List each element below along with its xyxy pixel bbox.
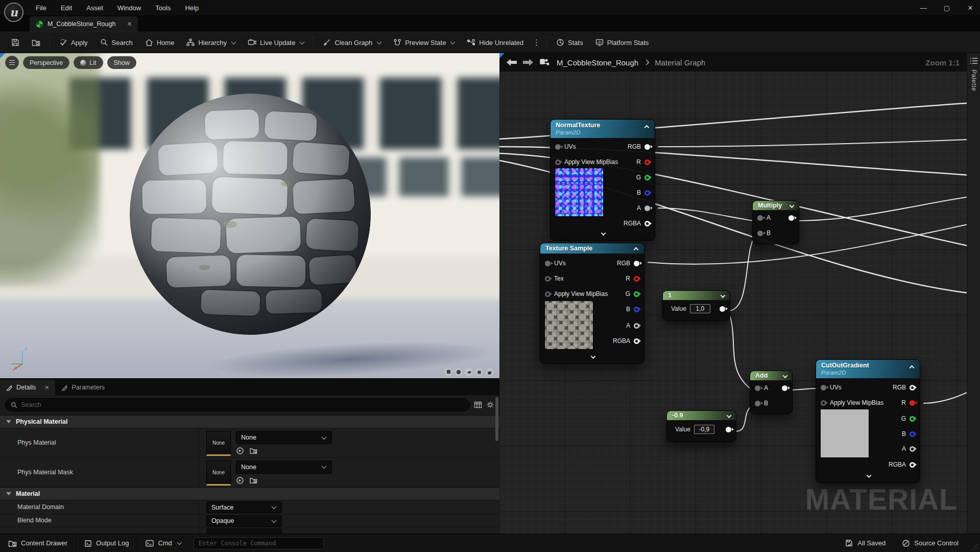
material-graph-canvas[interactable]: MATERIAL (499, 53, 980, 534)
pin-g[interactable] (644, 175, 650, 180)
platform-stats-button[interactable]: Platform Stats (589, 35, 655, 50)
browse-asset-button[interactable] (26, 35, 46, 50)
breadcrumb-page[interactable]: Material Graph (655, 58, 705, 67)
viewport-menu-button[interactable] (5, 56, 19, 70)
menu-file[interactable]: File (36, 4, 46, 12)
pin-a[interactable] (757, 215, 763, 221)
pin-rgba[interactable] (644, 221, 650, 226)
unreal-logo-icon[interactable]: u (4, 3, 23, 22)
pin-r[interactable] (910, 400, 915, 406)
preview-viewport[interactable]: Perspective Lit Show z x (0, 53, 499, 378)
expand-chevron-icon[interactable] (590, 352, 595, 361)
tab-parameters[interactable]: Parameters (55, 380, 111, 395)
minimize-button[interactable]: — (919, 4, 928, 12)
pin-rgba[interactable] (634, 338, 639, 344)
pin-rgb[interactable] (644, 144, 650, 150)
menu-tools[interactable]: Tools (155, 4, 171, 12)
nav-forward-icon[interactable] (523, 59, 533, 66)
clean-graph-button[interactable]: Clean Graph (317, 35, 387, 50)
resize-grip[interactable] (971, 543, 978, 550)
close-button[interactable]: ✕ (966, 4, 975, 12)
pin-uvs[interactable] (545, 261, 551, 266)
pin-g[interactable] (634, 291, 639, 297)
stats-button[interactable]: Stats (550, 35, 589, 50)
hide-unrelated-button[interactable]: Hide Unrelated (461, 35, 530, 50)
node-add[interactable]: Add A B (750, 371, 793, 414)
node-texture-sample[interactable]: Texture Sample UVs Tex Apply View MipBia… (540, 243, 644, 364)
nav-back-icon[interactable] (507, 59, 517, 66)
maximize-button[interactable]: ▢ (942, 4, 951, 12)
breadcrumb-asset[interactable]: M_CobbleStone_Rough (557, 58, 638, 67)
node-cutout-gradient[interactable]: CutOutGradient Param2D UVs Apply View Mi… (816, 359, 920, 483)
lit-mode-button[interactable]: Lit (74, 56, 103, 69)
menu-edit[interactable]: Edit (61, 4, 72, 12)
preview-state-button[interactable]: Preview State (387, 35, 461, 50)
pin-a[interactable] (644, 205, 650, 211)
asset-thumbnail[interactable]: None (206, 461, 231, 486)
material-domain-dropdown[interactable]: Surface (206, 501, 282, 513)
pin-uvs[interactable] (821, 385, 826, 390)
sphere-mesh-button[interactable] (455, 368, 463, 376)
details-search-box[interactable] (5, 398, 470, 411)
search-button[interactable]: Search (94, 35, 139, 50)
palette-sidebar-tab[interactable]: Palette (967, 53, 980, 534)
teapot-mesh-button[interactable] (485, 368, 493, 376)
plane-mesh-button[interactable] (465, 368, 473, 376)
pin-output[interactable] (788, 215, 794, 221)
value-input[interactable]: 1,0 (690, 304, 710, 313)
expand-chevron-icon[interactable] (866, 471, 871, 480)
browse-to-asset-icon[interactable] (249, 476, 258, 485)
partial-dropdown[interactable] (206, 528, 282, 534)
node-constant-neg-0-9[interactable]: -0.9 Value -0,9 (666, 410, 736, 442)
blend-mode-dropdown[interactable]: Opaque (206, 515, 282, 527)
pin-b[interactable] (634, 307, 639, 312)
save-button[interactable] (5, 35, 26, 50)
source-control-button[interactable]: Source Control (894, 534, 967, 552)
asset-thumbnail[interactable]: None (206, 431, 231, 456)
pin-r[interactable] (644, 159, 650, 165)
display-filter-icon[interactable] (474, 401, 482, 409)
phys-material-mask-dropdown[interactable]: None (236, 461, 332, 474)
pin-output[interactable] (720, 306, 725, 312)
all-saved-indicator[interactable]: All Saved (837, 534, 894, 552)
pin-mipbias[interactable] (555, 159, 561, 165)
use-selected-asset-icon[interactable] (236, 447, 244, 455)
pin-mipbias[interactable] (545, 291, 551, 297)
content-drawer-button[interactable]: Content Drawer (0, 534, 76, 552)
pin-a[interactable] (634, 323, 639, 329)
details-scrollbar[interactable] (495, 397, 498, 441)
browse-to-asset-icon[interactable] (249, 447, 258, 455)
asset-tab[interactable]: M_CobbleStone_Rough ✕ (30, 16, 138, 32)
toolbar-overflow-kebab[interactable]: ⋮ (530, 38, 543, 47)
live-update-button[interactable]: Live Update (242, 35, 310, 50)
node-multiply[interactable]: Multiply A B (752, 200, 799, 244)
pin-rgba[interactable] (910, 462, 915, 468)
phys-material-dropdown[interactable]: None (236, 431, 332, 444)
home-button[interactable]: Home (139, 35, 181, 50)
cylinder-mesh-button[interactable] (444, 368, 452, 376)
pin-g[interactable] (910, 416, 915, 422)
pin-output[interactable] (726, 427, 731, 432)
cmd-selector[interactable]: Cmd (137, 534, 189, 552)
cube-mesh-button[interactable] (475, 368, 483, 376)
apply-button[interactable]: Apply (53, 35, 94, 50)
details-search-input[interactable] (21, 401, 464, 408)
category-physical-material[interactable]: Physical Material (0, 415, 499, 428)
details-tab-close-icon[interactable]: ✕ (44, 384, 49, 391)
show-button[interactable]: Show (107, 56, 136, 69)
pin-a[interactable] (910, 446, 915, 452)
tab-close-icon[interactable]: ✕ (127, 20, 132, 28)
pin-b[interactable] (755, 401, 760, 406)
console-command-input[interactable] (194, 537, 324, 549)
pin-r[interactable] (634, 276, 639, 282)
pin-b[interactable] (644, 190, 650, 196)
menu-asset[interactable]: Asset (86, 4, 103, 12)
node-constant-1[interactable]: 1 Value 1,0 (662, 290, 730, 321)
pin-tex[interactable] (545, 276, 551, 282)
pin-b[interactable] (910, 431, 915, 437)
pin-uvs[interactable] (555, 144, 561, 150)
perspective-button[interactable]: Perspective (23, 56, 69, 69)
tab-details[interactable]: Details ✕ (0, 380, 55, 395)
use-selected-asset-icon[interactable] (236, 476, 244, 485)
pin-a[interactable] (755, 385, 760, 391)
